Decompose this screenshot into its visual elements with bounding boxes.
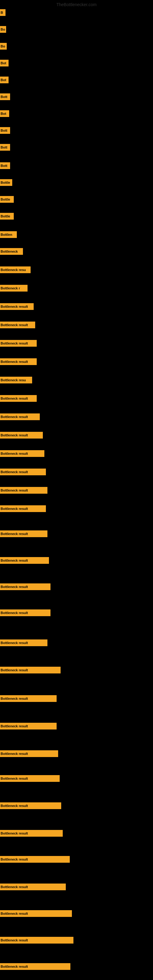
bottleneck-bar: Bottleneck result	[0, 963, 70, 970]
site-title: TheBottlenecker.com	[55, 2, 98, 8]
bottleneck-bar: Bott	[0, 162, 10, 169]
bottleneck-bar: Bottleneck result	[0, 775, 60, 782]
bottleneck-bar: Bot	[0, 76, 9, 83]
bottleneck-bar: Bottleneck result	[0, 802, 61, 809]
bottleneck-bar: Bottleneck result	[0, 667, 61, 673]
bottleneck-bar: Bottleneck resu	[0, 377, 32, 383]
bottleneck-bar: Bot	[0, 60, 9, 67]
bottleneck-bar: Bottleneck result	[0, 910, 72, 917]
bottleneck-bar: Bo	[0, 43, 7, 49]
bottleneck-bar: Bottleneck result	[0, 395, 37, 402]
bottleneck-bar: Bottleneck result	[0, 303, 33, 310]
bottleneck-bar: Bottleneck result	[0, 358, 37, 365]
bottleneck-bar: B	[0, 9, 5, 16]
bottleneck-bar: Bottleneck result	[0, 469, 46, 475]
bottleneck-bar: Bottleneck result	[0, 414, 40, 420]
bottleneck-bar: Bottle	[0, 179, 12, 186]
bottleneck-bar: Bottleneck result	[0, 830, 63, 837]
bottleneck-bar: Bottleneck result	[0, 609, 51, 616]
bottleneck-bar: Bottleneck result	[0, 584, 51, 590]
bottleneck-bar: Bottleneck result	[0, 487, 48, 494]
bottleneck-bar: Bottleneck result	[0, 450, 45, 457]
bottleneck-bar: Bo	[0, 26, 6, 33]
bottleneck-bar: Bottleneck result	[0, 557, 49, 564]
bottleneck-bar: Bottleneck resu	[0, 266, 30, 273]
bottleneck-bar: Bottleneck result	[0, 505, 46, 512]
bottleneck-bar: Bottleneck result	[0, 937, 73, 943]
bottleneck-bar: Bottleneck result	[0, 640, 48, 646]
bottleneck-bar: Bottlen	[0, 231, 17, 238]
bottleneck-bar: Bottleneck	[0, 248, 23, 255]
bottleneck-bar: Bottle	[0, 213, 14, 220]
bottleneck-bar: Bottle	[0, 196, 14, 203]
bottleneck-bar: Bottleneck result	[0, 723, 57, 730]
bottleneck-bar: Bottleneck result	[0, 883, 66, 890]
bottleneck-bar: Bottleneck result	[0, 695, 57, 702]
bottleneck-bar: Bottleneck result	[0, 340, 37, 347]
bottleneck-bar: Bottleneck result	[0, 432, 43, 439]
bottleneck-bar: Bot	[0, 110, 9, 117]
bottleneck-bar: Bottleneck result	[0, 750, 58, 757]
bottleneck-bar: Bott	[0, 144, 10, 151]
bottleneck-bar: Bottleneck result	[0, 856, 70, 863]
bottleneck-bar: Bott	[0, 127, 10, 134]
bottleneck-bar: Bott	[0, 94, 10, 100]
bottleneck-bar: Bottleneck result	[0, 321, 35, 328]
bottleneck-bar: Bottleneck r	[0, 285, 27, 291]
bottleneck-bar: Bottleneck result	[0, 530, 48, 537]
